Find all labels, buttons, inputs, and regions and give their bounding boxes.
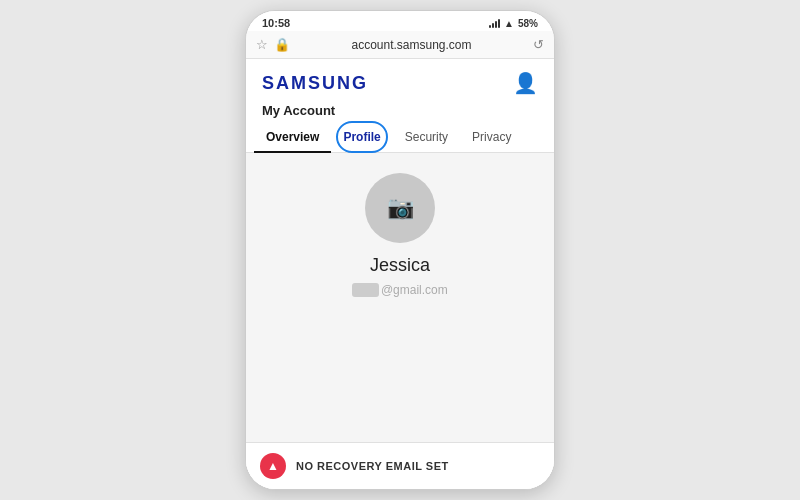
- status-bar: 10:58 ▲ 58%: [246, 11, 554, 31]
- bookmark-icon[interactable]: ☆: [256, 37, 268, 52]
- page-content: SAMSUNG 👤 My Account Overview Profile Se…: [246, 59, 554, 489]
- camera-icon: 📷: [387, 195, 414, 221]
- samsung-header: SAMSUNG 👤: [246, 59, 554, 95]
- samsung-logo: SAMSUNG: [262, 73, 368, 94]
- url-display[interactable]: account.samsung.com: [298, 38, 525, 52]
- browser-bar: ☆ 🔒 account.samsung.com ↺: [246, 31, 554, 59]
- tab-overview[interactable]: Overview: [254, 122, 331, 152]
- lock-icon: 🔒: [274, 37, 290, 52]
- profile-section: 📷 Jessica @gmail.com: [246, 153, 554, 442]
- signal-icon: [489, 18, 500, 28]
- email-username-blurred: [352, 283, 379, 297]
- user-name: Jessica: [370, 255, 430, 276]
- tab-profile[interactable]: Profile: [331, 122, 392, 152]
- recovery-warning-bar[interactable]: ▲ NO RECOVERY EMAIL SET: [246, 442, 554, 489]
- status-indicators: ▲ 58%: [489, 18, 538, 29]
- recovery-warning-text: NO RECOVERY EMAIL SET: [296, 460, 449, 472]
- tab-security[interactable]: Security: [393, 122, 460, 152]
- tabs-container: Overview Profile Security Privacy: [246, 122, 554, 153]
- my-account-title: My Account: [246, 95, 554, 118]
- account-icon[interactable]: 👤: [513, 71, 538, 95]
- battery-indicator: 58%: [518, 18, 538, 29]
- phone-frame: 10:58 ▲ 58% ☆ 🔒 account.samsung.com ↺ SA…: [245, 10, 555, 490]
- avatar[interactable]: 📷: [365, 173, 435, 243]
- refresh-icon[interactable]: ↺: [533, 37, 544, 52]
- tab-privacy[interactable]: Privacy: [460, 122, 523, 152]
- browser-icons-left: ☆ 🔒: [256, 37, 290, 52]
- warning-badge: ▲: [260, 453, 286, 479]
- warning-icon: ▲: [267, 459, 279, 473]
- email-domain: @gmail.com: [381, 283, 448, 297]
- time-display: 10:58: [262, 17, 290, 29]
- user-email-container: @gmail.com: [352, 280, 448, 298]
- wifi-icon: ▲: [504, 18, 514, 29]
